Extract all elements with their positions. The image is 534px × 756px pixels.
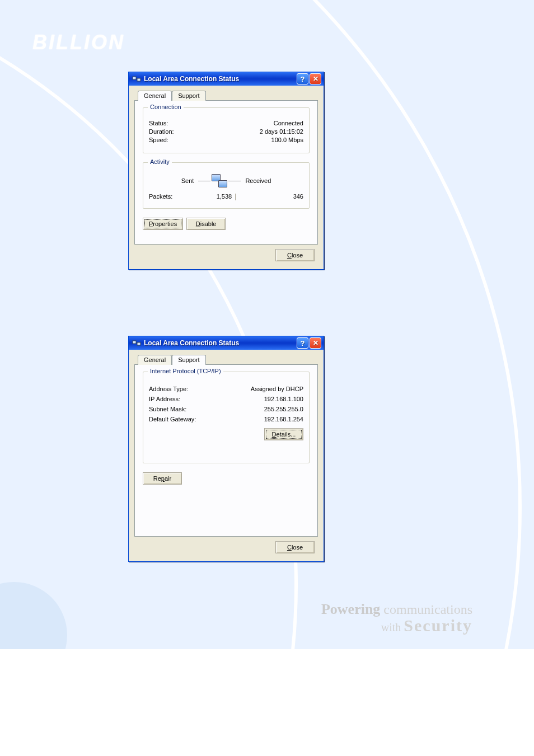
legend-tcpip: Internet Protocol (TCP/IP): [148, 368, 223, 374]
help-button[interactable]: ?: [297, 73, 308, 84]
svg-rect-3: [137, 342, 140, 345]
lan-status-dialog-support: Local Area Connection Status ? ✕ General…: [128, 336, 324, 562]
gw-value: 192.168.1.254: [264, 416, 303, 422]
close-row: Close: [134, 245, 318, 264]
ip-value: 192.168.1.100: [264, 396, 303, 402]
help-button[interactable]: ?: [297, 337, 308, 349]
mask-value: 255.255.255.0: [264, 406, 303, 412]
close-button[interactable]: Close: [275, 541, 315, 553]
status-value: Connected: [274, 120, 303, 126]
tab-panel-support: Internet Protocol (TCP/IP) Address Type:…: [134, 364, 318, 537]
tabstrip: General Support: [138, 354, 318, 364]
titlebar: Local Area Connection Status ? ✕: [129, 336, 324, 350]
group-connection: Connection Status: Connected Duration: 2…: [143, 107, 310, 153]
network-icon: [132, 74, 141, 83]
group-activity: Activity Sent Received Packets:: [143, 162, 310, 209]
tab-general[interactable]: General: [138, 355, 172, 365]
packets-received: 346: [252, 193, 303, 200]
network-icon: [132, 339, 141, 348]
footer-watermark: Powering communications with Security: [321, 602, 472, 635]
close-button[interactable]: Close: [275, 249, 315, 261]
button-row: Repair: [143, 472, 310, 485]
repair-button[interactable]: Repair: [143, 472, 182, 485]
ip-label: IP Address:: [149, 396, 180, 402]
tab-general[interactable]: General: [138, 91, 172, 101]
titlebar: Local Area Connection Status ? ✕: [129, 72, 324, 86]
lan-status-dialog-general: Local Area Connection Status ? ✕ General…: [128, 72, 324, 270]
addrtype-value: Assigned by DHCP: [251, 386, 303, 392]
button-row: Properties Disable: [143, 218, 310, 230]
client-area: General Support Internet Protocol (TCP/I…: [129, 350, 324, 561]
brand-logo: BILLION: [32, 31, 125, 54]
packets-label: Packets:: [149, 193, 200, 200]
legend-activity: Activity: [148, 158, 172, 165]
network-activity-icon: [212, 174, 227, 187]
window-title: Local Area Connection Status: [144, 75, 296, 83]
details-button[interactable]: Details...: [264, 428, 303, 440]
received-label: Received: [245, 177, 271, 184]
speed-label: Speed:: [149, 137, 168, 143]
duration-value: 2 days 01:15:02: [260, 128, 303, 135]
activity-diagram: Sent Received: [149, 174, 303, 187]
close-row: Close: [134, 537, 318, 556]
duration-label: Duration:: [149, 128, 174, 135]
disable-button[interactable]: Disable: [186, 218, 226, 230]
close-icon[interactable]: ✕: [310, 337, 321, 349]
mask-label: Subnet Mask:: [149, 406, 186, 412]
packets-sent: 1,538: [217, 193, 232, 200]
svg-rect-0: [133, 77, 136, 79]
client-area: General Support Connection Status: Conne…: [129, 86, 324, 269]
tab-support[interactable]: Support: [172, 355, 206, 365]
legend-connection: Connection: [148, 104, 184, 110]
svg-rect-1: [137, 78, 140, 81]
tab-support[interactable]: Support: [172, 91, 206, 101]
gw-label: Default Gateway:: [149, 416, 196, 422]
status-label: Status:: [149, 120, 168, 126]
close-icon[interactable]: ✕: [310, 73, 321, 84]
addrtype-label: Address Type:: [149, 386, 188, 392]
sent-label: Sent: [181, 177, 194, 184]
speed-value: 100.0 Mbps: [271, 137, 303, 143]
svg-rect-2: [133, 341, 136, 344]
tabstrip: General Support: [138, 90, 318, 100]
group-tcpip: Internet Protocol (TCP/IP) Address Type:…: [143, 372, 310, 463]
properties-button[interactable]: Properties: [143, 218, 183, 230]
tab-panel-general: Connection Status: Connected Duration: 2…: [134, 100, 318, 245]
window-title: Local Area Connection Status: [144, 339, 296, 347]
